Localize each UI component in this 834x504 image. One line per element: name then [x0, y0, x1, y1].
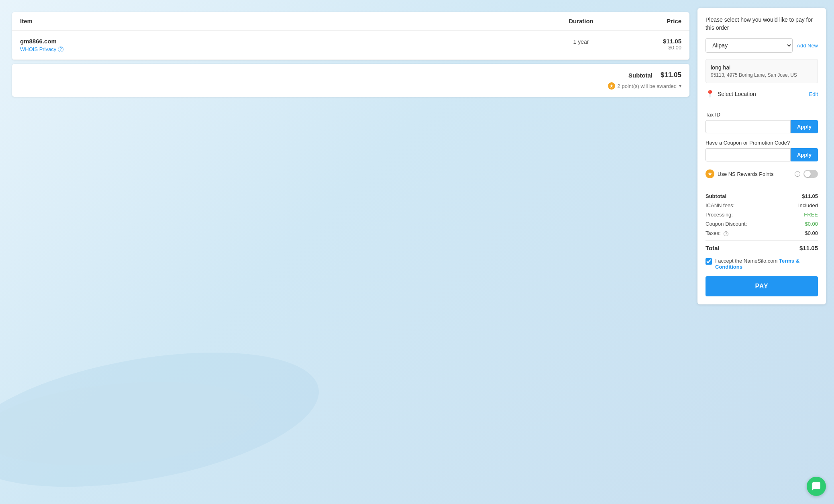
taxes-row: Taxes: ? $0.00 — [706, 230, 818, 236]
billing-address: long hai 95113, 4975 Boring Lane, San Jo… — [706, 59, 818, 83]
tax-id-input[interactable] — [706, 120, 791, 133]
summary-subtotal-value: $11.05 — [802, 193, 818, 199]
processing-row: Processing: FREE — [706, 212, 818, 218]
tax-id-label: Tax ID — [706, 112, 818, 118]
coupon-input-group: Apply — [706, 148, 818, 161]
price-main: $11.05 — [621, 38, 681, 45]
price-cell: $11.05 $0.00 — [621, 38, 681, 52]
taxes-help-icon[interactable]: ? — [724, 231, 728, 236]
summary-section: Subtotal $11.05 ICANN fees: Included Pro… — [706, 193, 818, 251]
help-icon: ? — [58, 47, 63, 52]
tax-id-section: Tax ID Apply — [706, 112, 818, 133]
apply-tax-button[interactable]: Apply — [791, 120, 818, 133]
order-table: Item Duration Price gm8866.com WHOIS Pri… — [12, 12, 689, 60]
payment-method-row: Alipay Add New — [706, 38, 818, 53]
billing-address-text: 95113, 4975 Boring Lane, San Jose, US — [711, 72, 813, 78]
rewards-toggle[interactable] — [803, 170, 818, 178]
coupon-discount-value: $0.00 — [805, 221, 818, 227]
terms-checkbox[interactable] — [706, 258, 712, 265]
select-location-row: 📍 Select Location Edit — [706, 90, 818, 105]
page-container: Item Duration Price gm8866.com WHOIS Pri… — [8, 8, 826, 304]
subtotal-label: Subtotal — [628, 72, 653, 79]
rewards-row: ★ Use NS Rewards Points ? — [706, 169, 818, 185]
chat-icon — [812, 482, 821, 491]
coupon-discount-row: Coupon Discount: $0.00 — [706, 221, 818, 227]
points-text: 2 point(s) will be awarded — [618, 83, 677, 89]
chevron-down-icon[interactable]: ▾ — [679, 83, 681, 89]
table-row: gm8866.com WHOIS Privacy ? 1 year $11.05… — [12, 31, 689, 60]
coupon-input[interactable] — [706, 148, 791, 161]
subtotal-amount: $11.05 — [661, 71, 681, 79]
terms-row: I accept the NameSilo.com Terms & Condit… — [706, 258, 818, 270]
main-content: Item Duration Price gm8866.com WHOIS Pri… — [8, 8, 697, 304]
rewards-icon: ★ — [706, 169, 714, 178]
price-sub: $0.00 — [621, 45, 681, 51]
coupon-discount-label: Coupon Discount: — [706, 221, 747, 227]
duration-cell: 1 year — [541, 38, 621, 52]
edit-location-link[interactable]: Edit — [809, 91, 818, 97]
icann-label: ICANN fees: — [706, 202, 734, 208]
chat-bubble[interactable] — [807, 477, 826, 496]
item-name: gm8866.com — [20, 38, 541, 45]
header-duration: Duration — [541, 18, 621, 24]
terms-text: I accept the NameSilo.com Terms & Condit… — [715, 258, 818, 270]
processing-value: FREE — [804, 212, 818, 218]
tax-id-input-group: Apply — [706, 120, 818, 133]
subtotal-row: Subtotal $11.05 ★ 2 point(s) will be awa… — [12, 64, 689, 97]
subtotal-line: Subtotal $11.05 — [628, 71, 681, 79]
select-location-text[interactable]: Select Location — [718, 91, 756, 97]
summary-subtotal-label: Subtotal — [706, 193, 726, 199]
header-price: Price — [621, 18, 681, 24]
select-location-left: 📍 Select Location — [706, 90, 756, 98]
processing-label: Processing: — [706, 212, 733, 218]
rewards-label: Use NS Rewards Points — [718, 171, 791, 177]
points-line: ★ 2 point(s) will be awarded ▾ — [608, 82, 681, 90]
table-header: Item Duration Price — [12, 12, 689, 31]
header-item: Item — [20, 18, 541, 24]
payment-method-select[interactable]: Alipay — [706, 38, 793, 53]
pay-button[interactable]: PAY — [706, 276, 818, 296]
panel-title: Please select how you would like to pay … — [706, 16, 818, 32]
coupon-section: Have a Coupon or Promotion Code? Apply — [706, 140, 818, 161]
icann-row: ICANN fees: Included — [706, 202, 818, 208]
add-new-link[interactable]: Add New — [797, 43, 818, 49]
right-panel: Please select how you would like to pay … — [697, 8, 826, 304]
whois-privacy-link[interactable]: WHOIS Privacy ? — [20, 46, 541, 52]
total-amount: $11.05 — [799, 245, 818, 251]
total-row: Total $11.05 — [706, 240, 818, 251]
subtotal-summary-row: Subtotal $11.05 — [706, 193, 818, 199]
apply-coupon-button[interactable]: Apply — [791, 148, 818, 161]
taxes-label: Taxes: ? — [706, 230, 728, 236]
points-icon: ★ — [608, 82, 615, 90]
billing-name: long hai — [711, 64, 813, 71]
taxes-value: $0.00 — [805, 230, 818, 236]
total-label: Total — [706, 245, 720, 251]
rewards-help-icon[interactable]: ? — [795, 171, 800, 177]
location-pin-icon: 📍 — [706, 90, 714, 98]
icann-value: Included — [798, 202, 818, 208]
item-cell: gm8866.com WHOIS Privacy ? — [20, 38, 541, 52]
coupon-label: Have a Coupon or Promotion Code? — [706, 140, 818, 146]
